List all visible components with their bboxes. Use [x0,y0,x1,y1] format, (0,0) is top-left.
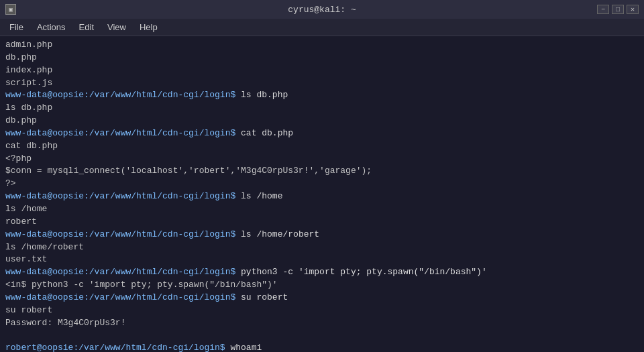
terminal-body[interactable]: admin.php db.php index.php script.js www… [0,36,644,352]
title-bar: ▣ cyrus@kali: ~ − □ ✕ [0,0,644,19]
menu-help[interactable]: Help [134,21,163,34]
menu-bar: File Actions Edit View Help [0,19,644,36]
close-button[interactable]: ✕ [627,5,639,14]
window-icon: ▣ [5,4,16,15]
terminal-content: admin.php db.php index.php script.js www… [5,39,639,352]
menu-file[interactable]: File [4,21,29,34]
maximize-button[interactable]: □ [612,5,624,14]
terminal-window: ▣ cyrus@kali: ~ − □ ✕ File Actions Edit … [0,0,644,352]
window-controls: − □ ✕ [597,5,639,14]
minimize-button[interactable]: − [597,5,609,14]
menu-edit[interactable]: Edit [74,21,99,34]
window-title: cyrus@kali: ~ [288,5,356,15]
menu-actions[interactable]: Actions [32,21,71,34]
menu-view[interactable]: View [102,21,131,34]
title-bar-left: ▣ [5,4,16,15]
